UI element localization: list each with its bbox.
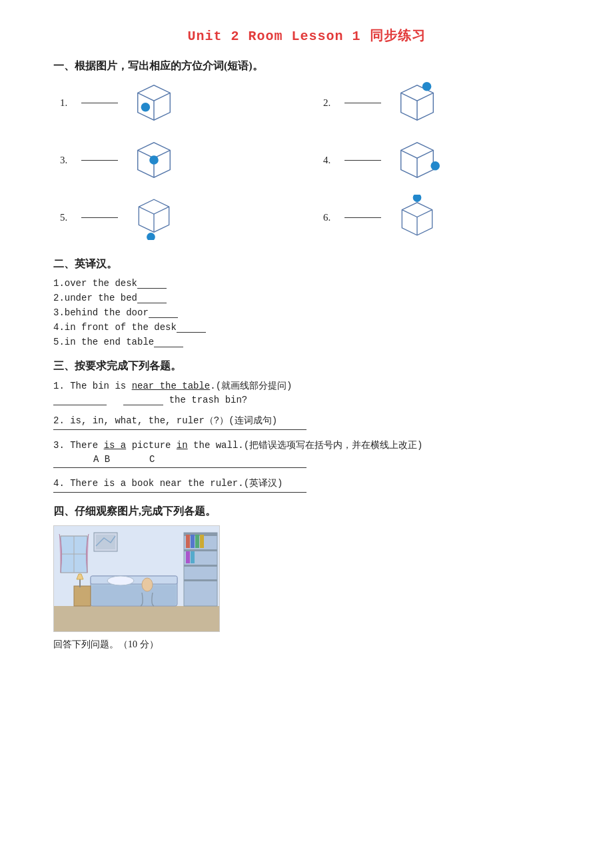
svg-point-14 bbox=[147, 233, 155, 240]
translate-text-4: 4.in front of the desk bbox=[53, 322, 177, 333]
ex3-mid1: picture bbox=[126, 440, 177, 451]
exercise-3-4-text: 4. There is a book near the ruler.(英译汉) bbox=[53, 477, 560, 489]
exercise-3-1: 1. The bin is near the table.(就画线部分提问) t… bbox=[53, 380, 560, 405]
page-title: Unit 2 Room Lesson 1 同步练习 bbox=[53, 27, 560, 45]
item-number-4: 4. bbox=[323, 155, 336, 166]
translate-blank-5[interactable] bbox=[154, 347, 183, 347]
exercise-3-1-fill: the trash bin? bbox=[53, 395, 560, 405]
ex1-suffix: .(就画线部分提问) bbox=[210, 381, 292, 391]
svg-rect-38 bbox=[92, 585, 176, 605]
answer-blank-4[interactable] bbox=[344, 160, 381, 161]
section-2-header: 二、英译汉。 bbox=[53, 257, 560, 271]
translate-item-1: 1.over the desk bbox=[53, 278, 560, 289]
section-2: 二、英译汉。 1.over the desk 2.under the bed 3… bbox=[53, 257, 560, 347]
item-number-1: 1. bbox=[60, 97, 73, 109]
ex3-underline-b: in bbox=[177, 440, 188, 451]
exercise-3-4: 4. There is a book near the ruler.(英译汉) bbox=[53, 477, 560, 493]
svg-rect-30 bbox=[191, 535, 195, 548]
grid-item-3: 3. bbox=[60, 137, 297, 183]
answer-blank-6[interactable] bbox=[344, 217, 381, 218]
translate-blank-4[interactable] bbox=[177, 332, 206, 333]
ex3-mid2: the wall.(把错误选项写在括号内，并在横线上改正) bbox=[188, 440, 423, 451]
svg-rect-34 bbox=[191, 551, 195, 563]
grid-item-6: 6. bbox=[323, 195, 560, 240]
section-1-grid: 1. 2. bbox=[60, 80, 560, 245]
grid-item-4: 4. bbox=[323, 137, 560, 183]
svg-point-15 bbox=[413, 195, 422, 202]
exercise-3-3: 3. There is a picture in the wall.(把错误选项… bbox=[53, 439, 560, 468]
svg-rect-32 bbox=[200, 535, 204, 548]
section-4: 四、仔细观察图片,完成下列各题。 bbox=[53, 505, 560, 651]
ex1-fill-text: the trash bin? bbox=[169, 395, 248, 405]
svg-point-11 bbox=[430, 161, 440, 171]
exercise-3-4-line bbox=[53, 492, 306, 493]
svg-rect-31 bbox=[195, 535, 199, 548]
section-3-header: 三、按要求完成下列各题。 bbox=[53, 359, 560, 373]
item-number-3: 3. bbox=[60, 155, 73, 166]
exercise-3-3-abc: A B C bbox=[93, 454, 560, 465]
svg-rect-19 bbox=[54, 606, 220, 632]
svg-point-2 bbox=[141, 103, 151, 112]
answer-blank-2[interactable] bbox=[344, 103, 381, 103]
translate-blank-2[interactable] bbox=[137, 303, 167, 303]
fill-blank-1a[interactable] bbox=[53, 405, 107, 405]
cube-image-1 bbox=[131, 80, 177, 125]
translate-blank-3[interactable] bbox=[149, 317, 178, 318]
item-number-5: 5. bbox=[60, 212, 73, 223]
ex1-number: 1. The bin is bbox=[53, 381, 132, 391]
ex1-underline: near the table bbox=[132, 381, 211, 391]
answer-blank-1[interactable] bbox=[81, 103, 118, 103]
room-image bbox=[53, 525, 220, 632]
fill-blank-1b[interactable] bbox=[123, 405, 163, 405]
svg-rect-40 bbox=[79, 579, 81, 587]
cube-image-5 bbox=[131, 195, 177, 240]
section-4-caption: 回答下列问题。（10 分） bbox=[53, 639, 560, 651]
translate-text-3: 3.behind the door bbox=[53, 307, 149, 318]
translate-item-2: 2.under the bed bbox=[53, 293, 560, 303]
ex3-num: 3. There bbox=[53, 440, 104, 451]
cube-image-2 bbox=[394, 80, 440, 125]
exercise-3-3-text: 3. There is a picture in the wall.(把错误选项… bbox=[53, 439, 560, 451]
svg-point-37 bbox=[107, 576, 134, 585]
svg-rect-39 bbox=[74, 586, 91, 606]
ex3-underline-a: is a bbox=[104, 440, 127, 451]
svg-point-8 bbox=[149, 155, 159, 165]
exercise-3-2-text: 2. is, in, what, the, ruler（?）(连词成句) bbox=[53, 415, 560, 427]
svg-rect-44 bbox=[96, 535, 115, 549]
translate-list: 1.over the desk 2.under the bed 3.behind… bbox=[53, 278, 560, 347]
svg-rect-27 bbox=[184, 565, 217, 567]
cube-image-3 bbox=[131, 137, 177, 183]
svg-rect-28 bbox=[184, 579, 217, 581]
section-3: 三、按要求完成下列各题。 1. The bin is near the tabl… bbox=[53, 359, 560, 493]
item-number-6: 6. bbox=[323, 212, 336, 223]
grid-item-2: 2. bbox=[323, 80, 560, 125]
item-number-2: 2. bbox=[323, 97, 336, 109]
svg-point-5 bbox=[422, 82, 432, 91]
cube-image-6 bbox=[394, 195, 440, 240]
translate-text-5: 5.in the end table bbox=[53, 337, 154, 347]
exercise-3-2: 2. is, in, what, the, ruler（?）(连词成句) bbox=[53, 415, 560, 430]
room-svg bbox=[54, 526, 220, 632]
answer-blank-3[interactable] bbox=[81, 160, 118, 161]
svg-rect-26 bbox=[184, 549, 217, 551]
translate-item-4: 4.in front of the desk bbox=[53, 322, 560, 333]
grid-item-5: 5. bbox=[60, 195, 297, 240]
translate-text-2: 2.under the bed bbox=[53, 293, 137, 303]
section-1: 一、根据图片，写出相应的方位介词(短语)。 1. 2. bbox=[53, 59, 560, 245]
svg-rect-29 bbox=[186, 535, 190, 548]
translate-item-3: 3.behind the door bbox=[53, 307, 560, 318]
cube-image-4 bbox=[394, 137, 440, 183]
answer-blank-5[interactable] bbox=[81, 217, 118, 218]
svg-rect-33 bbox=[186, 551, 190, 563]
grid-item-1: 1. bbox=[60, 80, 297, 125]
exercise-3-1-text: 1. The bin is near the table.(就画线部分提问) bbox=[53, 380, 560, 392]
exercise-3-3-line bbox=[53, 467, 306, 468]
translate-text-1: 1.over the desk bbox=[53, 278, 137, 289]
exercise-3-2-line bbox=[53, 429, 306, 430]
section-4-header: 四、仔细观察图片,完成下列各题。 bbox=[53, 505, 560, 519]
translate-blank-1[interactable] bbox=[137, 288, 167, 289]
section-1-header: 一、根据图片，写出相应的方位介词(短语)。 bbox=[53, 59, 560, 73]
translate-item-5: 5.in the end table bbox=[53, 337, 560, 347]
svg-point-42 bbox=[142, 578, 153, 591]
